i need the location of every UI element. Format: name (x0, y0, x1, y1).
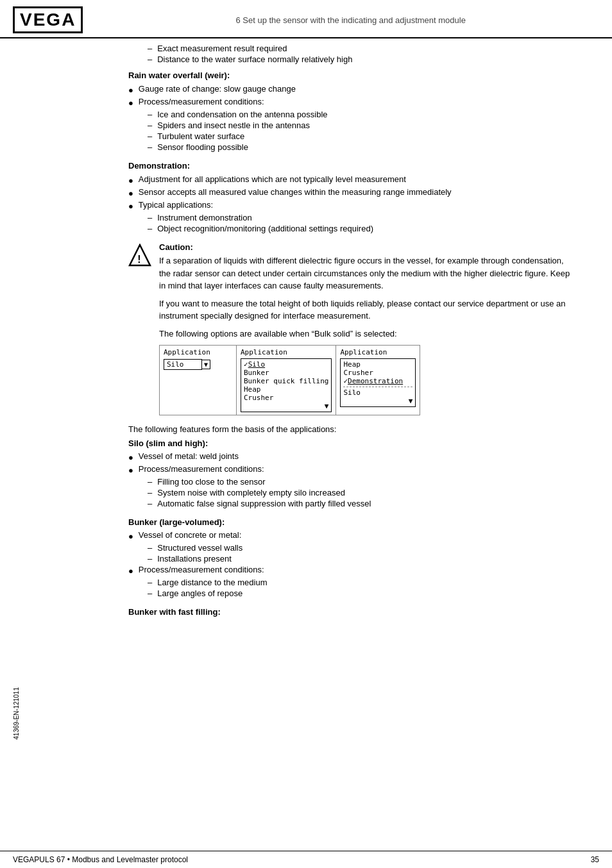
silo-heading: Silo (slim and high): (128, 438, 574, 448)
caution-block: ! Caution: If a separation of liquids wi… (128, 242, 574, 415)
bullet-item: ● Process/measurement conditions: (128, 97, 574, 108)
list-item[interactable]: ✓Silo (244, 360, 328, 369)
dash-symbol: – (148, 142, 152, 152)
list-scroll-arrow[interactable]: ▼ (343, 397, 412, 405)
side-label: 41369-EN-121011 (13, 687, 20, 740)
dash-item: – Automatic false signal suppression wit… (148, 499, 574, 508)
bullet-text: Typical applications: (139, 200, 213, 210)
ui-screenshots-container: Application Silo ▼ Application ✓Silo Bun… (159, 345, 420, 415)
dash-text: Exact measurement result required (157, 44, 287, 53)
dash-text: Distance to the water surface normally r… (157, 54, 352, 64)
dash-text: Structured vessel walls (157, 543, 242, 553)
bullet-dot: ● (128, 188, 133, 198)
bullet-text: Sensor accepts all measured value change… (139, 187, 452, 197)
bullet-text: Process/measurement conditions: (139, 565, 264, 574)
dash-symbol: – (148, 543, 152, 553)
caution-para-3: The following options are available when… (159, 328, 574, 340)
bunker-fast-heading: Bunker with fast filling: (128, 607, 574, 617)
main-content: – Exact measurement result required – Di… (0, 44, 612, 638)
dash-item: – Large angles of repose (148, 588, 574, 598)
vega-logo: VEGA (13, 6, 83, 33)
dash-item: – Ice and condensation on the antenna po… (148, 110, 574, 119)
dash-symbol: – (148, 44, 152, 53)
dash-symbol: – (148, 110, 152, 119)
list-item[interactable]: ✓Demonstration (343, 377, 412, 385)
dash-symbol: – (148, 121, 152, 130)
dash-symbol: – (148, 224, 152, 233)
bullet-dot: ● (128, 98, 133, 108)
dash-symbol: – (148, 131, 152, 141)
bullet-item: ● Process/measurement conditions: (128, 464, 574, 475)
caution-title: Caution: (159, 242, 574, 252)
page-footer: VEGAPULS 67 • Modbus and Levelmaster pro… (0, 851, 612, 868)
caution-icon: ! (128, 244, 151, 271)
dash-text: System noise with completely empty silo … (157, 488, 345, 497)
dash-symbol: – (148, 213, 152, 222)
dash-item: – Sensor flooding possible (148, 142, 574, 152)
dash-item: – Exact measurement result required (148, 44, 574, 53)
dropdown-arrow[interactable]: ▼ (202, 360, 210, 369)
bunker-section: Bunker (large-volumed): ● Vessel of conc… (128, 517, 574, 598)
dash-item: – Structured vessel walls (148, 543, 574, 553)
bullet-dot: ● (128, 85, 133, 95)
dash-symbol: – (148, 499, 152, 508)
ui-select-box[interactable]: Silo (164, 359, 202, 370)
list-scroll-arrow[interactable]: ▼ (244, 402, 328, 410)
bullet-dot: ● (128, 566, 133, 576)
dash-text: Instrument demonstration (157, 213, 251, 222)
bullet-item: ● Typical applications: (128, 200, 574, 211)
ui-box1-label: Application (164, 348, 232, 356)
caution-para-2: If you want to measure the total height … (159, 297, 574, 322)
list-divider (343, 387, 412, 387)
list-item[interactable]: Heap (244, 385, 328, 394)
dash-item: – Object recognition/monitoring (additio… (148, 224, 574, 233)
list-item[interactable]: Crusher (343, 369, 412, 377)
ui-box-1: Application Silo ▼ (160, 346, 237, 415)
bullet-text: Vessel of metal: weld joints (139, 451, 239, 461)
svg-text:!: ! (137, 254, 140, 265)
bullet-item: ● Vessel of concrete or metal: (128, 530, 574, 541)
list-item[interactable]: Heap (343, 360, 412, 369)
dash-symbol: – (148, 554, 152, 563)
ui-dropdown-list: ✓Silo Bunker Bunker quick filling Heap C… (241, 358, 332, 412)
dash-text: Turbulent water surface (157, 131, 244, 141)
ui-box-3: Application Heap Crusher ✓Demonstration … (336, 346, 420, 415)
demonstration-section: Demonstration: ● Adjustment for all appl… (128, 161, 574, 233)
features-intro: The following features form the basis of… (128, 423, 574, 436)
list-item[interactable]: Bunker quick filling (244, 377, 328, 385)
dash-item: – Instrument demonstration (148, 213, 574, 222)
ui-box1-select-row[interactable]: Silo ▼ (164, 359, 232, 370)
header-title: 6 Set up the sensor with the indicating … (102, 15, 599, 25)
page-header: VEGA 6 Set up the sensor with the indica… (0, 0, 612, 38)
caution-para-1: If a separation of liquids with differen… (159, 255, 574, 292)
list-item[interactable]: Bunker (244, 369, 328, 377)
bullet-dot: ● (128, 465, 133, 475)
dash-text: Ice and condensation on the antenna poss… (157, 110, 327, 119)
dash-text: Filling too close to the sensor (157, 477, 265, 487)
bullet-dot: ● (128, 531, 133, 541)
dash-text: Installations present (157, 554, 232, 563)
dash-item: – Large distance to the medium (148, 578, 574, 587)
list-item[interactable]: Silo (343, 388, 412, 397)
dash-symbol: – (148, 54, 152, 64)
dash-item: – Filling too close to the sensor (148, 477, 574, 487)
bullet-item: ● Sensor accepts all measured value chan… (128, 187, 574, 198)
ui-box3-label: Application (340, 348, 416, 356)
bullet-dot: ● (128, 201, 133, 211)
dash-item: – Spiders and insect nestle in the anten… (148, 121, 574, 130)
dash-text: Large distance to the medium (157, 578, 267, 587)
list-item[interactable]: Crusher (244, 394, 328, 402)
silo-section: Silo (slim and high): ● Vessel of metal:… (128, 438, 574, 508)
bullet-text: Vessel of concrete or metal: (139, 530, 241, 540)
dash-text: Large angles of repose (157, 588, 242, 598)
dash-item: – System noise with completely empty sil… (148, 488, 574, 497)
bunker-fast-section: Bunker with fast filling: (128, 607, 574, 617)
bullet-dot: ● (128, 176, 133, 185)
ui-box-2: Application ✓Silo Bunker Bunker quick fi… (237, 346, 336, 415)
bullet-item: ● Process/measurement conditions: (128, 565, 574, 576)
dash-text: Spiders and insect nestle in the antenna… (157, 121, 310, 130)
bullet-text: Process/measurement conditions: (139, 464, 264, 474)
dash-symbol: – (148, 578, 152, 587)
ui-right-list: Heap Crusher ✓Demonstration Silo ▼ (340, 358, 416, 407)
bullet-text: Adjustment for all applications which ar… (139, 174, 406, 184)
